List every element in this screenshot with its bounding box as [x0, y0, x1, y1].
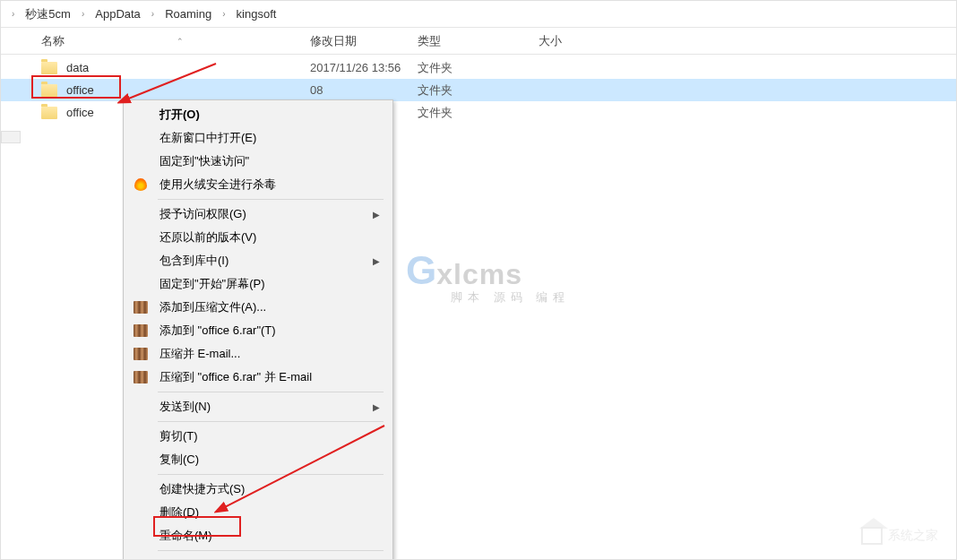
- chevron-right-icon: ▶: [373, 402, 380, 412]
- context-menu: 打开(O) 在新窗口中打开(E) 固定到"快速访问" 使用火绒安全进行杀毒 授予…: [123, 99, 393, 560]
- menu-item-properties[interactable]: 属性(R): [124, 554, 392, 560]
- column-name[interactable]: 名称 ⌃: [41, 33, 310, 49]
- column-label: 名称: [41, 33, 65, 49]
- archive-icon: [133, 299, 149, 315]
- menu-item-cut[interactable]: 剪切(T): [124, 425, 392, 448]
- menu-item-add-to-rar[interactable]: 添加到 "office 6.rar"(T): [124, 319, 392, 342]
- menu-separator: [158, 474, 384, 475]
- table-row[interactable]: data 2017/11/26 13:56 文件夹: [1, 56, 956, 79]
- folder-icon: [41, 84, 57, 97]
- chevron-right-icon: ▶: [373, 210, 380, 220]
- watermark: Gxlcms 脚本 源码 编程: [406, 248, 570, 306]
- column-date[interactable]: 修改日期: [310, 33, 418, 49]
- file-name: data: [66, 61, 310, 74]
- menu-item-copy[interactable]: 复制(C): [124, 448, 392, 471]
- menu-separator: [158, 421, 384, 422]
- file-date: 2017/11/26 13:56: [310, 61, 418, 74]
- menu-item-grant-access[interactable]: 授予访问权限(G)▶: [124, 202, 392, 226]
- chevron-right-icon: ›: [74, 9, 91, 19]
- menu-item-restore-previous[interactable]: 还原以前的版本(V): [124, 226, 392, 249]
- watermark-logo: G: [406, 248, 436, 292]
- column-size[interactable]: 大小: [539, 33, 628, 49]
- menu-item-compress-rar-email[interactable]: 压缩到 "office 6.rar" 并 E-mail: [124, 366, 392, 389]
- sidebar-stub: [1, 131, 21, 143]
- chevron-right-icon: ›: [144, 9, 161, 19]
- menu-item-pin-quick-access[interactable]: 固定到"快速访问": [124, 150, 392, 173]
- file-type: 文件夹: [418, 60, 539, 76]
- menu-separator: [158, 550, 384, 551]
- breadcrumb-item[interactable]: Roaming: [161, 7, 215, 21]
- menu-item-huorong-scan[interactable]: 使用火绒安全进行杀毒: [124, 173, 392, 196]
- house-icon: [861, 527, 883, 545]
- menu-item-pin-to-start[interactable]: 固定到"开始"屏幕(P): [124, 272, 392, 296]
- menu-item-include-in-library[interactable]: 包含到库中(I)▶: [124, 249, 392, 272]
- archive-icon: [133, 369, 149, 385]
- file-name: office: [66, 83, 310, 97]
- menu-item-open[interactable]: 打开(O): [124, 103, 392, 126]
- menu-item-send-to[interactable]: 发送到(N)▶: [124, 395, 392, 418]
- sort-arrow-icon: ⌃: [177, 37, 184, 46]
- breadcrumb-item[interactable]: AppData: [91, 7, 144, 21]
- menu-separator: [158, 199, 384, 200]
- watermark-text: xlcms: [436, 258, 522, 290]
- file-date: 08: [310, 83, 418, 97]
- folder-icon: [41, 107, 57, 119]
- watermark-corner-text: 系统之家: [888, 528, 938, 544]
- file-type: 文件夹: [418, 82, 539, 99]
- menu-item-open-new-window[interactable]: 在新窗口中打开(E): [124, 126, 392, 150]
- chevron-right-icon: ›: [4, 9, 22, 19]
- file-type: 文件夹: [418, 105, 539, 121]
- chevron-right-icon: ›: [215, 9, 232, 19]
- menu-item-compress-email[interactable]: 压缩并 E-mail...: [124, 342, 392, 366]
- menu-item-delete[interactable]: 删除(D): [124, 501, 392, 524]
- breadcrumb-item[interactable]: kingsoft: [233, 7, 280, 21]
- column-type[interactable]: 类型: [418, 33, 539, 49]
- chevron-right-icon: ▶: [373, 256, 380, 266]
- archive-icon: [133, 323, 149, 339]
- watermark-corner: 系统之家: [861, 527, 938, 545]
- menu-item-add-to-archive[interactable]: 添加到压缩文件(A)...: [124, 296, 392, 319]
- menu-separator: [158, 392, 384, 392]
- menu-item-rename[interactable]: 重命名(M): [124, 524, 392, 547]
- column-headers: 名称 ⌃ 修改日期 类型 大小: [1, 28, 956, 55]
- folder-icon: [41, 62, 57, 74]
- breadcrumb[interactable]: › 秒速5cm › AppData › Roaming › kingsoft: [1, 1, 956, 28]
- table-row[interactable]: office 08 文件夹: [1, 79, 956, 101]
- menu-item-create-shortcut[interactable]: 创建快捷方式(S): [124, 478, 392, 501]
- watermark-subtitle: 脚本 源码 编程: [451, 289, 570, 306]
- archive-icon: [133, 346, 149, 362]
- fire-icon: [133, 177, 149, 193]
- breadcrumb-item[interactable]: 秒速5cm: [22, 6, 74, 22]
